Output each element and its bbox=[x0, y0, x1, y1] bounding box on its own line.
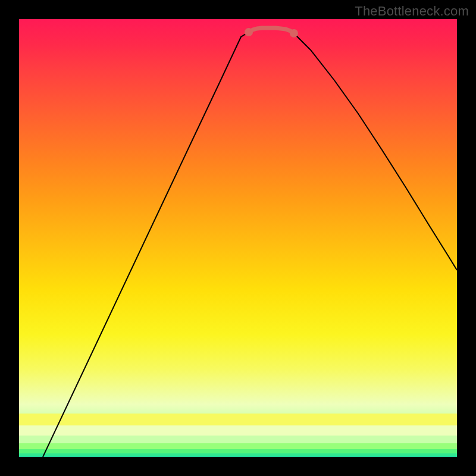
curve-flat-segment bbox=[249, 28, 294, 33]
flat-dot-right bbox=[290, 29, 298, 37]
flat-dot-left bbox=[245, 28, 253, 36]
curve-layer bbox=[19, 19, 457, 457]
curve-right-branch bbox=[294, 33, 457, 270]
plot-area bbox=[19, 19, 457, 457]
chart-frame: TheBottleneck.com bbox=[0, 0, 476, 476]
watermark-text: TheBottleneck.com bbox=[355, 4, 469, 19]
curve-left-branch bbox=[43, 32, 249, 457]
